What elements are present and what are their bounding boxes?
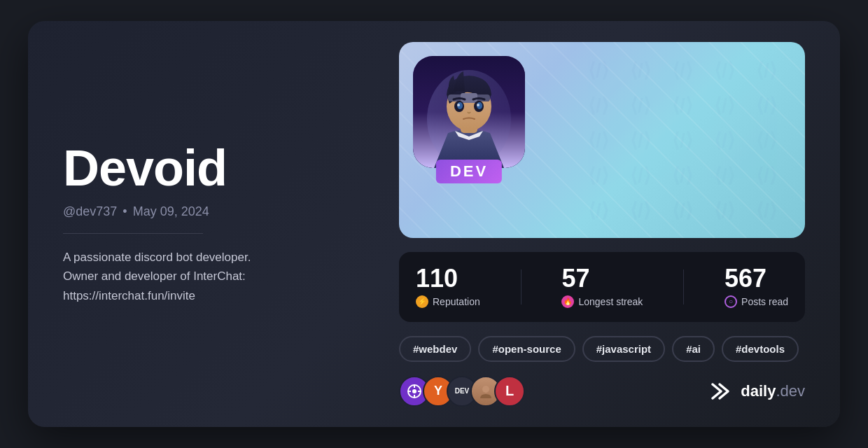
posts-value: 567 bbox=[724, 266, 766, 291]
svg-text:⟨/⟩: ⟨/⟩ bbox=[756, 130, 777, 151]
svg-text:⟨/⟩: ⟨/⟩ bbox=[672, 59, 693, 81]
daily-dev-icon bbox=[710, 382, 735, 401]
username-display: Devoid bbox=[63, 143, 371, 193]
stats-bar: 110 ⚡ Reputation 57 🔥 Longest streak 567… bbox=[399, 252, 805, 322]
stat-divider-1 bbox=[521, 270, 522, 304]
reputation-icon: ⚡ bbox=[416, 295, 428, 308]
avatar-image bbox=[413, 56, 525, 168]
streak-label: 🔥 Longest streak bbox=[561, 295, 643, 308]
profile-banner: ⟨/⟩ ⟨/⟩ ⟨/⟩ ⟨/⟩ ⟨/⟩ ⟨/⟩ ⟨/⟩ ⟨/⟩ ⟨/⟩ ⟨/⟩ … bbox=[399, 42, 805, 238]
svg-point-36 bbox=[477, 104, 479, 106]
posts-icon: ○ bbox=[724, 295, 737, 308]
tags-section: #webdev #open-source #javascript #ai #de… bbox=[399, 336, 805, 362]
svg-text:⟨/⟩: ⟨/⟩ bbox=[756, 164, 777, 186]
svg-text:⟨/⟩: ⟨/⟩ bbox=[588, 130, 609, 151]
divider bbox=[63, 233, 203, 234]
svg-text:⟨/⟩: ⟨/⟩ bbox=[714, 164, 735, 186]
profile-card-container: Devoid @dev737 • May 09, 2024 A passiona… bbox=[28, 21, 840, 427]
svg-text:⟨/⟩: ⟨/⟩ bbox=[588, 59, 609, 81]
separator: • bbox=[122, 204, 127, 219]
svg-text:⟨/⟩: ⟨/⟩ bbox=[672, 200, 693, 221]
svg-point-38 bbox=[412, 389, 416, 393]
handle-date: @dev737 • May 09, 2024 bbox=[63, 204, 371, 219]
svg-text:⟨/⟩: ⟨/⟩ bbox=[714, 94, 735, 116]
svg-text:⟨/⟩: ⟨/⟩ bbox=[672, 94, 693, 116]
reputation-label: ⚡ Reputation bbox=[416, 295, 480, 308]
tag-webdev[interactable]: #webdev bbox=[399, 336, 471, 362]
tag-opensource[interactable]: #open-source bbox=[478, 336, 575, 362]
streak-value: 57 bbox=[561, 266, 589, 291]
profile-image-area: ⟨/⟩ ⟨/⟩ ⟨/⟩ ⟨/⟩ ⟨/⟩ ⟨/⟩ ⟨/⟩ ⟨/⟩ ⟨/⟩ ⟨/⟩ … bbox=[399, 42, 805, 238]
svg-text:⟨/⟩: ⟨/⟩ bbox=[714, 59, 735, 81]
community-icons: Y DEV L bbox=[399, 376, 525, 407]
svg-text:⟨/⟩: ⟨/⟩ bbox=[630, 94, 651, 116]
svg-text:⟨/⟩: ⟨/⟩ bbox=[630, 59, 651, 81]
reputation-value: 110 bbox=[416, 266, 458, 291]
svg-text:⟨/⟩: ⟨/⟩ bbox=[714, 200, 735, 221]
svg-text:⟨/⟩: ⟨/⟩ bbox=[588, 164, 609, 186]
svg-text:⟨/⟩: ⟨/⟩ bbox=[630, 164, 651, 186]
streak-icon: 🔥 bbox=[561, 295, 574, 308]
svg-text:⟨/⟩: ⟨/⟩ bbox=[756, 200, 777, 221]
daily-dev-logo: daily.dev bbox=[710, 382, 805, 401]
avatar-wrapper: DEV bbox=[413, 56, 525, 168]
daily-logo-text: daily.dev bbox=[741, 382, 805, 400]
stat-divider-2 bbox=[683, 270, 684, 304]
svg-point-43 bbox=[482, 386, 489, 393]
svg-text:⟨/⟩: ⟨/⟩ bbox=[630, 130, 651, 151]
footer-section: Y DEV L bbox=[399, 376, 805, 407]
handle: @dev737 bbox=[63, 204, 117, 219]
svg-text:⟨/⟩: ⟨/⟩ bbox=[588, 200, 609, 221]
daily-text: daily bbox=[741, 382, 776, 400]
svg-text:⟨/⟩: ⟨/⟩ bbox=[714, 130, 735, 151]
svg-text:⟨/⟩: ⟨/⟩ bbox=[756, 94, 777, 116]
stat-posts: 567 ○ Posts read bbox=[724, 266, 788, 308]
left-section: Devoid @dev737 • May 09, 2024 A passiona… bbox=[63, 143, 399, 305]
join-date: May 09, 2024 bbox=[133, 204, 209, 219]
posts-label: ○ Posts read bbox=[724, 295, 788, 308]
tag-javascript[interactable]: #javascript bbox=[582, 336, 665, 362]
stat-streak: 57 🔥 Longest streak bbox=[561, 266, 643, 308]
svg-point-35 bbox=[457, 104, 460, 106]
stat-reputation: 110 ⚡ Reputation bbox=[416, 266, 480, 308]
svg-text:⟨/⟩: ⟨/⟩ bbox=[756, 59, 777, 81]
right-section: ⟨/⟩ ⟨/⟩ ⟨/⟩ ⟨/⟩ ⟨/⟩ ⟨/⟩ ⟨/⟩ ⟨/⟩ ⟨/⟩ ⟨/⟩ … bbox=[399, 42, 805, 407]
svg-text:⟨/⟩: ⟨/⟩ bbox=[630, 200, 651, 221]
svg-text:⟨/⟩: ⟨/⟩ bbox=[672, 164, 693, 186]
svg-text:⟨/⟩: ⟨/⟩ bbox=[588, 94, 609, 116]
svg-text:⟨/⟩: ⟨/⟩ bbox=[672, 130, 693, 151]
tag-devtools[interactable]: #devtools bbox=[722, 336, 799, 362]
tag-ai[interactable]: #ai bbox=[672, 336, 715, 362]
dev-badge: DEV bbox=[436, 160, 502, 183]
dev-text: .dev bbox=[776, 382, 805, 400]
community-icon-5: L bbox=[494, 376, 525, 407]
bio-text: A passionate discord bot developer.Owner… bbox=[63, 248, 329, 305]
